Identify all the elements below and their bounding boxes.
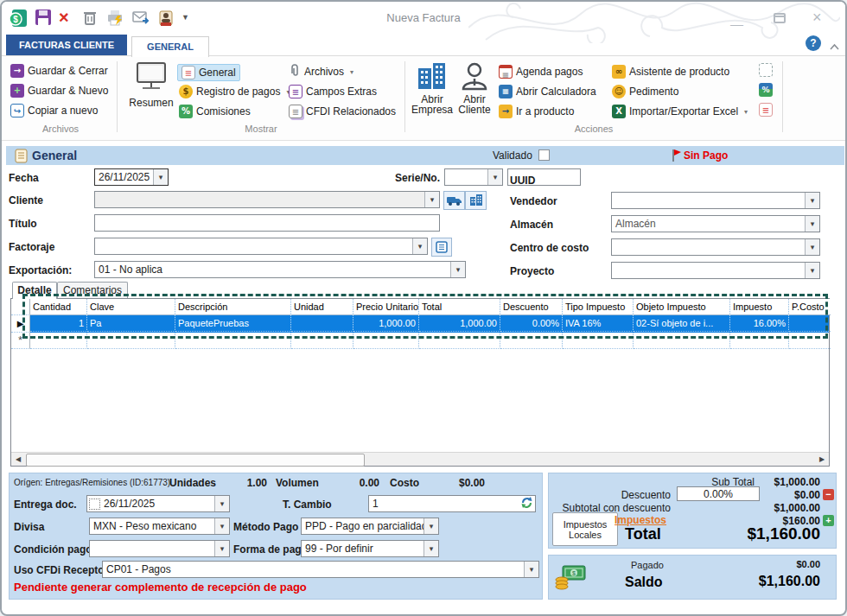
selection-tool-icon[interactable] — [759, 63, 773, 77]
detail-grid: Cantidad Clave Descripción Unidad Precio… — [10, 298, 830, 467]
abrir-empresa-button[interactable]: Abrir Empresa — [411, 61, 453, 115]
collapse-ribbon-icon[interactable] — [829, 39, 840, 54]
horizontal-scrollbar[interactable]: ◀ ▶ — [11, 452, 829, 466]
tab-detalle[interactable]: Detalle — [12, 282, 57, 299]
col-unidad[interactable]: Unidad — [291, 299, 353, 315]
asistente-producto-button[interactable]: Asistente de producto — [612, 64, 729, 79]
impuestos-link[interactable]: Impuestos — [615, 514, 666, 526]
pedimento-button[interactable]: Pedimento — [612, 84, 678, 99]
flag-icon — [672, 149, 682, 166]
proyecto-combo[interactable] — [611, 262, 820, 279]
fecha-dropdown-icon[interactable] — [153, 169, 168, 185]
factoraje-combo[interactable] — [94, 238, 428, 255]
serie-dropdown-icon[interactable] — [487, 169, 502, 185]
maximize-button[interactable] — [774, 12, 786, 25]
remove-discount-icon[interactable]: − — [823, 489, 834, 500]
serie-combo[interactable] — [444, 168, 503, 186]
entrega-doc-date-picker[interactable]: 26/11/2025 — [86, 495, 230, 512]
col-descripcion[interactable]: Descripción — [175, 299, 291, 315]
cfdi-relacionados-button[interactable]: CFDI Relacionados — [289, 104, 396, 119]
descuento-pct-input[interactable]: 0.00% — [677, 486, 760, 501]
cliente-combo[interactable] — [94, 191, 440, 208]
archivos-adjuntos-button[interactable]: Archivos — [289, 64, 353, 79]
proyecto-dropdown-icon[interactable] — [805, 263, 819, 278]
divisa-dropdown-icon[interactable] — [214, 518, 229, 534]
exportacion-dropdown-icon[interactable] — [450, 262, 465, 277]
centro-costo-dropdown-icon[interactable] — [805, 239, 819, 255]
grid-row-selected[interactable]: ▶ 1 Pa PaquetePruebas 1,000.00 1,000.00 … — [11, 315, 829, 333]
tcambio-input[interactable]: 1 — [368, 495, 536, 512]
percent-table-icon[interactable] — [759, 83, 773, 97]
col-descuento[interactable]: Descuento — [500, 299, 563, 315]
abrir-calculadora-button[interactable]: Abrir Calculadora — [499, 84, 596, 99]
descuento-label: Descuento — [549, 489, 671, 501]
col-precio-unitario[interactable]: Precio Unitario — [353, 299, 419, 315]
col-tipo-impuesto[interactable]: Tipo Impuesto — [563, 299, 634, 315]
cliente-dropdown-icon[interactable] — [424, 192, 439, 207]
vendedor-dropdown-icon[interactable] — [805, 193, 819, 208]
serie-label: Serie/No. — [392, 172, 440, 184]
col-objeto-impuesto[interactable]: Objeto Impuesto — [634, 299, 730, 315]
subtotal-desc-value: $1,000.00 — [774, 502, 820, 514]
entrega-doc-checkbox[interactable] — [89, 499, 100, 510]
impuestos-locales-button[interactable]: Impuestos Locales — [552, 512, 618, 546]
col-impuesto[interactable]: Impuesto — [730, 299, 789, 315]
condicion-dropdown-icon[interactable] — [214, 541, 229, 556]
centro-costo-combo[interactable] — [611, 238, 820, 256]
vendedor-combo[interactable] — [611, 192, 820, 209]
tab-comentarios[interactable]: Comentarios — [57, 282, 128, 299]
registro-pagos-button[interactable]: Registro de pagos — [179, 84, 290, 99]
saldo-value: $1,160.00 — [759, 574, 820, 589]
forma-dropdown-icon[interactable] — [424, 541, 438, 556]
uso-cfdi-dropdown-icon[interactable] — [524, 562, 538, 577]
buildings-icon — [417, 81, 448, 93]
grid-new-row[interactable]: * — [11, 333, 829, 349]
add-tax-icon[interactable]: + — [823, 515, 834, 526]
resumen-button[interactable]: Resumen — [124, 61, 178, 109]
metodo-pago-combo[interactable]: PPD - Pago en parcialidades o d — [301, 518, 439, 535]
descuento-value: $0.00 — [794, 489, 820, 501]
fecha-picker[interactable]: 26/11/2025 — [94, 168, 169, 186]
red-document-icon[interactable] — [759, 103, 773, 117]
guardar-cerrar-button[interactable]: Guardar & Cerrar — [10, 63, 108, 79]
entrega-dropdown-icon[interactable] — [214, 496, 229, 511]
divisa-combo[interactable]: MXN - Peso mexicano — [89, 518, 230, 535]
minimize-button[interactable]: — — [730, 17, 743, 30]
entregas-truck-icon[interactable] — [443, 191, 465, 210]
validado-checkbox[interactable] — [538, 149, 550, 161]
agenda-pagos-button[interactable]: Agenda pagos — [499, 64, 583, 79]
empresa-buildings-icon[interactable] — [465, 191, 487, 210]
tab-general[interactable]: GENERAL — [131, 36, 209, 57]
help-button[interactable]: ? — [806, 35, 821, 51]
metodo-dropdown-icon[interactable] — [424, 518, 438, 534]
scrollbar-thumb[interactable] — [26, 454, 365, 467]
scroll-left-icon[interactable]: ◀ — [11, 453, 25, 466]
almacen-combo[interactable]: Almacén — [611, 215, 820, 232]
uso-cfdi-combo[interactable]: CP01 - Pagos — [102, 561, 539, 578]
exportacion-combo[interactable]: 01 - No aplica — [94, 261, 466, 278]
document-footer-panel: Orígen: Entregas/Remisiones (ID:61773) U… — [9, 473, 543, 600]
campos-extras-button[interactable]: Campos Extras — [289, 84, 377, 99]
forma-pago-combo[interactable]: 99 - Por definir — [301, 540, 439, 557]
almacen-dropdown-icon[interactable] — [805, 216, 819, 232]
scroll-right-icon[interactable]: ▶ — [815, 453, 829, 466]
condicion-pago-combo[interactable] — [89, 540, 230, 557]
refresh-rate-icon[interactable] — [520, 496, 533, 511]
col-pcosto[interactable]: P.Costo — [789, 299, 831, 315]
factoraje-list-icon[interactable] — [431, 238, 452, 257]
col-clave[interactable]: Clave — [87, 299, 175, 315]
abrir-cliente-button[interactable]: Abrir Cliente — [455, 61, 494, 115]
close-button[interactable]: × — [812, 11, 822, 24]
comisiones-button[interactable]: Comisiones — [179, 104, 251, 119]
tab-facturas-cliente[interactable]: FACTURAS CLIENTE — [6, 35, 127, 55]
col-total[interactable]: Total — [419, 299, 500, 315]
ir-a-producto-button[interactable]: Ir a producto — [499, 104, 574, 119]
importar-exportar-excel-button[interactable]: Importar/Exportar Excel — [612, 104, 748, 119]
titulo-input[interactable] — [94, 214, 440, 232]
mostrar-general-button[interactable]: General — [177, 64, 240, 81]
guardar-nuevo-button[interactable]: Guardar & Nuevo — [10, 83, 108, 98]
pagado-value: $0.00 — [796, 559, 820, 569]
copiar-nuevo-button[interactable]: Copiar a nuevo — [10, 103, 98, 118]
col-cantidad[interactable]: Cantidad — [30, 299, 87, 315]
factoraje-dropdown-icon[interactable] — [412, 238, 427, 254]
